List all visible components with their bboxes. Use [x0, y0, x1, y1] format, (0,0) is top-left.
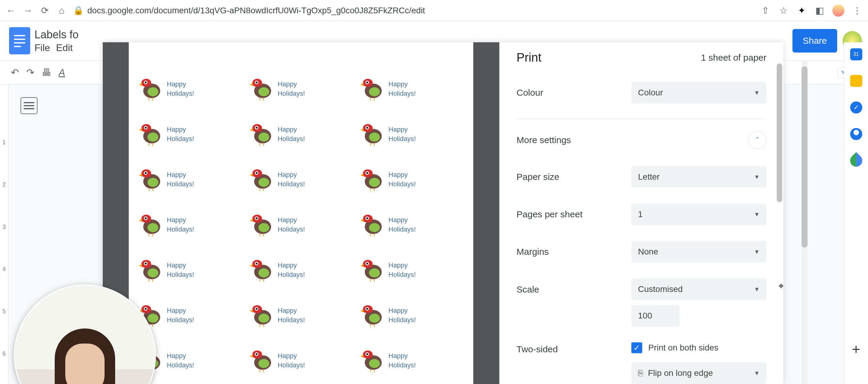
maps-icon[interactable]	[847, 152, 865, 169]
bird-icon	[253, 261, 274, 279]
label-text: HappyHolidays!	[167, 170, 194, 189]
scale-label: Scale	[517, 278, 631, 294]
print-settings-panel: Print 1 sheet of paper Colour Colour▼ Mo…	[499, 42, 783, 384]
margins-label: Margins	[517, 247, 631, 257]
label-text: HappyHolidays!	[278, 170, 305, 189]
flip-icon: ⎘	[638, 368, 643, 378]
bird-icon	[142, 80, 163, 98]
label-text: HappyHolidays!	[278, 215, 305, 234]
two-sided-label: Two-sided	[517, 342, 631, 354]
label-text: HappyHolidays!	[389, 125, 415, 144]
label-cell: HappyHolidays!	[246, 338, 356, 383]
kebab-menu-icon[interactable]: ⋮	[852, 5, 863, 16]
share-button[interactable]: Share	[793, 29, 837, 53]
two-sided-checkbox[interactable]: ✓	[631, 342, 642, 353]
margins-dropdown[interactable]: None▼	[631, 241, 767, 263]
chevron-down-icon: ▼	[754, 286, 760, 293]
back-button[interactable]: ←	[5, 5, 16, 16]
chevron-down-icon: ▼	[754, 174, 760, 180]
bird-icon	[142, 216, 163, 234]
sidepanel-toggle-icon[interactable]: ◧	[814, 5, 825, 16]
google-docs-logo-icon[interactable]	[9, 27, 30, 54]
extensions-icon[interactable]: ✦	[796, 5, 807, 16]
keep-icon[interactable]	[850, 75, 862, 87]
collapse-more-settings-button[interactable]: ˆ	[748, 131, 767, 149]
scale-dropdown[interactable]: Customised▼	[631, 278, 767, 300]
profile-avatar[interactable]	[832, 4, 844, 16]
browser-toolbar: ← → ⟳ ⌂ 🔒 docs.google.com/document/d/13q…	[0, 0, 868, 21]
chevron-down-icon: ▼	[754, 211, 760, 218]
label-text: HappyHolidays!	[278, 80, 305, 98]
label-cell: HappyHolidays!	[246, 202, 356, 248]
colour-label: Colour	[517, 88, 631, 98]
reload-button[interactable]: ⟳	[39, 5, 50, 16]
print-dialog: HappyHolidays! HappyHolidays! HappyHolid…	[103, 42, 783, 384]
bird-icon	[142, 125, 163, 143]
contacts-icon[interactable]	[850, 128, 862, 140]
address-bar[interactable]: 🔒 docs.google.com/document/d/13qVG-aPN8o…	[73, 5, 754, 15]
label-cell: HappyHolidays!	[356, 66, 467, 112]
label-cell: HappyHolidays!	[135, 202, 246, 248]
flip-dropdown[interactable]: ⎘Flip on long edge ▼	[631, 362, 767, 384]
preview-page: HappyHolidays! HappyHolidays! HappyHolid…	[129, 42, 473, 384]
bird-icon	[253, 216, 274, 234]
bird-icon	[253, 80, 274, 98]
tasks-icon[interactable]	[850, 101, 862, 113]
label-text: HappyHolidays!	[278, 351, 305, 370]
bookmark-icon[interactable]: ☆	[778, 5, 789, 16]
label-cell: HappyHolidays!	[246, 66, 356, 112]
calendar-icon[interactable]	[850, 48, 862, 60]
pages-per-sheet-dropdown[interactable]: 1▼	[631, 204, 767, 225]
url-text: docs.google.com/document/d/13qVG-aPN8owd…	[87, 6, 425, 15]
undo-icon[interactable]: ↶	[11, 67, 19, 78]
bird-icon	[253, 352, 274, 370]
label-cell: HappyHolidays!	[135, 157, 246, 202]
label-text: HappyHolidays!	[167, 351, 194, 370]
chevron-down-icon: ▼	[754, 248, 760, 255]
menu-file[interactable]: File	[34, 42, 50, 54]
paper-size-label: Paper size	[517, 172, 631, 182]
print-preview-area[interactable]: HappyHolidays! HappyHolidays! HappyHolid…	[103, 42, 499, 384]
menu-edit[interactable]: Edit	[56, 42, 73, 54]
label-text: HappyHolidays!	[167, 125, 194, 144]
chevron-down-icon: ▼	[754, 370, 760, 377]
document-title[interactable]: Labels fo	[34, 28, 79, 41]
page-scrollbar[interactable]	[802, 60, 808, 384]
label-text: HappyHolidays!	[167, 215, 194, 234]
bird-icon	[253, 306, 274, 324]
bird-icon	[142, 171, 163, 189]
label-text: HappyHolidays!	[389, 80, 415, 98]
label-cell: HappyHolidays!	[135, 248, 246, 293]
label-cell: HappyHolidays!	[356, 338, 467, 383]
print-icon[interactable]: 🖶	[42, 67, 51, 78]
scale-input[interactable]	[631, 305, 680, 327]
label-text: HappyHolidays!	[389, 215, 415, 234]
bird-icon	[253, 171, 274, 189]
document-outline-icon[interactable]	[21, 97, 37, 114]
share-page-icon[interactable]: ⇧	[760, 5, 771, 16]
bird-icon	[364, 306, 385, 324]
add-addon-button[interactable]: +	[852, 341, 860, 357]
label-cell: HappyHolidays!	[356, 112, 467, 157]
bird-icon	[364, 125, 385, 143]
forward-button[interactable]: →	[22, 5, 33, 16]
paper-size-dropdown[interactable]: Letter▼	[631, 166, 767, 188]
scrollbar-thumb[interactable]	[802, 66, 808, 248]
format-paint-icon[interactable]: A	[59, 67, 65, 78]
vertical-ruler: 1 2 3 4 5 6 7 8	[0, 84, 8, 384]
home-button[interactable]: ⌂	[56, 5, 67, 16]
more-settings-label: More settings	[517, 135, 571, 145]
bird-icon	[364, 216, 385, 234]
bird-icon	[142, 261, 163, 279]
redo-icon[interactable]: ↷	[26, 67, 34, 78]
bird-icon	[253, 125, 274, 143]
google-side-panel: +	[844, 42, 868, 384]
colour-dropdown[interactable]: Colour▼	[631, 82, 767, 104]
two-sided-checkbox-label: Print on both sides	[648, 343, 718, 353]
scrollbar-thumb[interactable]	[777, 63, 782, 202]
chevron-down-icon: ▼	[754, 90, 760, 96]
lock-icon: 🔒	[73, 5, 84, 15]
label-text: HappyHolidays!	[167, 80, 194, 98]
label-text: HappyHolidays!	[389, 351, 415, 370]
label-cell: HappyHolidays!	[246, 157, 356, 202]
